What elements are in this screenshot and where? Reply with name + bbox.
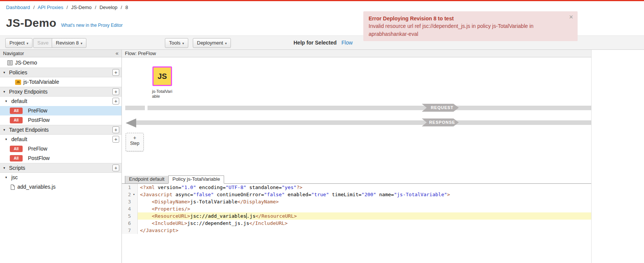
editor-main: Flow: PreFlow JS js-TotalVariable REQUES… <box>122 50 592 263</box>
add-button[interactable]: + <box>112 88 119 95</box>
code-line-content[interactable]: </Javascript> <box>138 227 591 234</box>
js-policy-node[interactable]: JS <box>152 66 172 86</box>
save-button[interactable]: Save <box>33 38 53 48</box>
proxy-icon <box>8 60 12 65</box>
line-number-gutter: 3 <box>122 198 138 205</box>
close-icon[interactable]: × <box>569 14 573 20</box>
nav-item-label: default <box>11 136 27 142</box>
page-title: JS-Demo <box>6 17 57 29</box>
nav-item-label: add_variables.js <box>17 184 55 190</box>
nav-item-target-endpoints[interactable]: ▾Target Endpoints+ <box>0 125 121 135</box>
nav-item-postflow[interactable]: AllPostFlow <box>0 154 121 163</box>
add-button[interactable]: + <box>112 126 119 133</box>
disclosure-icon[interactable]: ▾ <box>5 135 7 144</box>
code-line-2[interactable]: 2▾<Javascript async="false" continueOnEr… <box>122 191 591 198</box>
nav-item-label: PostFlow <box>28 155 50 161</box>
disclosure-icon[interactable]: ▾ <box>3 87 5 96</box>
disclosure-icon[interactable]: ▾ <box>3 68 5 77</box>
code-line-content[interactable]: <Properties/> <box>138 205 591 212</box>
line-number-gutter: 6 <box>122 220 138 227</box>
project-button[interactable]: Project▾ <box>5 38 32 48</box>
add-step-button[interactable]: + Step <box>126 133 144 151</box>
code-line-content[interactable]: <IncludeURL>jsc://dependent_js.js</Inclu… <box>138 220 591 227</box>
code-line-content[interactable]: <ResourceURL>jsc://add_variables.js</Res… <box>138 212 591 220</box>
nav-item-js-totalvariable[interactable]: JSjs-TotalVariable <box>0 77 121 87</box>
nav-item-label: js-TotalVariable <box>23 79 59 85</box>
nav-item-add-variables-js[interactable]: add_variables.js <box>0 182 121 192</box>
line-number-gutter: 7 <box>122 227 138 234</box>
add-button[interactable]: + <box>112 69 119 76</box>
nav-item-label: Proxy Endpoints <box>9 89 48 95</box>
line-number: 3 <box>122 198 131 205</box>
js-policy-badge-icon: JS <box>15 80 21 85</box>
save-button-label: Save <box>37 40 49 46</box>
line-number: 4 <box>122 205 131 212</box>
fold-arrow-icon[interactable]: ▾ <box>131 191 137 198</box>
tools-button[interactable]: Tools▾ <box>165 38 188 48</box>
breadcrumb-separator: / <box>95 5 96 10</box>
error-banner: × Error Deploying Revision 8 to test Inv… <box>363 11 578 41</box>
disclosure-icon[interactable]: ▾ <box>3 125 5 134</box>
nav-item-proxy-endpoints[interactable]: ▾Proxy Endpoints+ <box>0 87 121 97</box>
nav-item-js-demo[interactable]: JS-Demo <box>0 58 121 68</box>
nav-item-preflow[interactable]: AllPreFlow <box>0 106 121 115</box>
line-number: 5 <box>122 212 131 220</box>
breadcrumb-dashboard[interactable]: Dashboard <box>6 5 30 10</box>
nav-item-scripts[interactable]: ▾Scripts+ <box>0 163 121 173</box>
nav-item-label: JS-Demo <box>15 60 37 66</box>
nav-item-default[interactable]: ▾default+ <box>0 135 121 144</box>
line-number-gutter: 2▾ <box>122 191 138 198</box>
code-line-content[interactable]: <?xml version="1.0" encoding="UTF-8" sta… <box>138 184 591 191</box>
response-label: RESPONSE <box>422 118 459 126</box>
code-line-5[interactable]: 5 <ResourceURL>jsc://add_variables.js</R… <box>122 212 591 220</box>
deployment-button[interactable]: Deployment▾ <box>193 38 231 48</box>
code-tabs: Endpoint default Policy js-TotalVariable <box>122 176 591 184</box>
collapse-sidebar-button[interactable]: « <box>115 50 118 56</box>
code-editor[interactable]: 1<?xml version="1.0" encoding="UTF-8" st… <box>122 184 591 263</box>
tools-button-label: Tools <box>169 40 180 46</box>
flow-help-link[interactable]: Flow <box>341 40 353 46</box>
navigator-title: Navigator <box>3 51 24 56</box>
all-condition-badge: All <box>10 146 23 152</box>
nav-item-jsc[interactable]: ▾jsc <box>0 173 121 182</box>
navigator-panel: Navigator « JS-Demo▾Policies+JSjs-TotalV… <box>0 50 122 263</box>
step-button-label: Step <box>126 141 143 146</box>
add-button[interactable]: + <box>112 98 119 105</box>
editor-content: Navigator « JS-Demo▾Policies+JSjs-TotalV… <box>0 50 644 263</box>
code-line-1[interactable]: 1<?xml version="1.0" encoding="UTF-8" st… <box>122 184 591 191</box>
breadcrumb-separator: / <box>33 5 35 10</box>
code-line-3[interactable]: 3 <DisplayName>js-TotalVariable</Display… <box>122 198 591 205</box>
whats-new-link[interactable]: What's new in the Proxy Editor <box>61 23 123 28</box>
breadcrumb: Dashboard / API Proxies / JS-Demo / Deve… <box>0 1 644 12</box>
line-number: 7 <box>122 227 131 234</box>
nav-item-label: PostFlow <box>28 117 50 123</box>
navigator-header: Navigator « <box>0 50 121 57</box>
disclosure-icon[interactable]: ▾ <box>5 173 7 182</box>
code-line-content[interactable]: <Javascript async="false" continueOnErro… <box>138 191 591 198</box>
nav-item-label: Policies <box>9 69 27 75</box>
nav-item-default[interactable]: ▾default+ <box>0 97 121 106</box>
nav-item-postflow[interactable]: AllPostFlow <box>0 115 121 125</box>
add-button[interactable]: + <box>112 136 119 143</box>
revision-button[interactable]: Revision 8▾ <box>52 38 86 48</box>
tab-endpoint-default[interactable]: Endpoint default <box>125 175 169 183</box>
all-condition-badge: All <box>10 117 23 123</box>
code-line-4[interactable]: 4 <Properties/> <box>122 205 591 212</box>
revision-button-label: Revision 8 <box>56 40 79 46</box>
code-line-content[interactable]: <DisplayName>js-TotalVariable</DisplayNa… <box>138 198 591 205</box>
error-banner-message: Invalid resource url ref jsc://dependent… <box>369 22 565 38</box>
plus-icon: + <box>126 135 143 141</box>
deployment-button-label: Deployment <box>197 40 223 46</box>
code-line-7[interactable]: 7</Javascript> <box>122 227 591 234</box>
disclosure-icon[interactable]: ▾ <box>5 97 7 106</box>
code-panel: Endpoint default Policy js-TotalVariable… <box>122 176 591 263</box>
add-button[interactable]: + <box>112 165 119 171</box>
breadcrumb-api-proxies[interactable]: API Proxies <box>38 5 63 10</box>
line-number: 2 <box>122 191 131 198</box>
nav-item-preflow[interactable]: AllPreFlow <box>0 144 121 154</box>
code-line-6[interactable]: 6 <IncludeURL>jsc://dependent_js.js</Inc… <box>122 220 591 227</box>
breadcrumb-js-demo: JS-Demo <box>71 5 92 10</box>
disclosure-icon[interactable]: ▾ <box>3 163 5 172</box>
tab-policy-js-totalvariable[interactable]: Policy js-TotalVariable <box>168 175 224 183</box>
nav-item-policies[interactable]: ▾Policies+ <box>0 68 121 77</box>
